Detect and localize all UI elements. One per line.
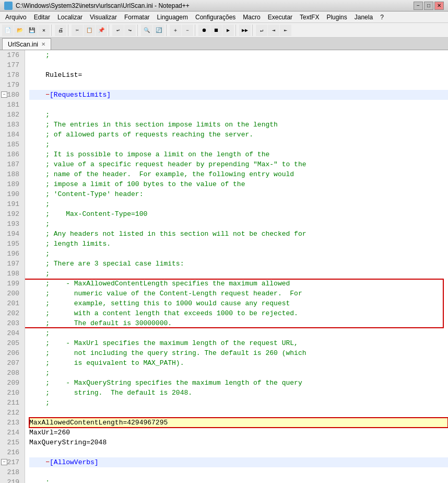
line-number-187: 187 — [0, 159, 22, 169]
undo-button[interactable]: ↩ — [112, 25, 124, 36]
line-number-179: 179 — [0, 80, 22, 90]
code-line-219: ; — [29, 477, 448, 483]
code-line-184: ; of allowed parts of requests reaching … — [29, 130, 448, 140]
code-line-204: ; — [29, 328, 448, 338]
code-line-217: −[AllowVerbs] — [29, 457, 448, 467]
minimize-button[interactable]: − — [414, 2, 423, 10]
menu-textfx[interactable]: TextFX — [297, 13, 322, 22]
menu-formatar[interactable]: Formatar — [121, 13, 153, 22]
code-line-215: MaxQueryString=2048 — [29, 438, 448, 447]
line-number-199: 199 — [0, 279, 22, 289]
tab-urlscan[interactable]: UrlScan.ini ✕ — [2, 38, 51, 50]
menu-linguagem[interactable]: Linguagem — [154, 13, 191, 22]
window-controls: − □ ✕ — [414, 2, 444, 10]
code-line-201: ; example, setting this to 1000 would ca… — [29, 298, 448, 308]
code-line-196: ; — [29, 249, 448, 259]
line-number-gutter: 176177178179−180181182183184185186187188… — [0, 50, 25, 483]
toolbar-sep-3 — [109, 25, 111, 36]
macro-play-button[interactable]: ▶ — [222, 25, 234, 36]
line-number-194: 194 — [0, 229, 22, 239]
line-number-177: 177 — [0, 60, 22, 70]
run-button[interactable]: ▶▶ — [239, 25, 251, 36]
macro-stop-button[interactable]: ⏹ — [210, 25, 222, 36]
code-line-210: ; string. The default is 2048. — [29, 388, 448, 398]
line-number-180: −180 — [0, 90, 22, 100]
code-line-191: ; — [29, 199, 448, 209]
line-number-182: 182 — [0, 110, 22, 120]
fold-indicator-217: − — [45, 458, 50, 466]
replace-button[interactable]: 🔄 — [153, 25, 164, 36]
line-number-178: 178 — [0, 70, 22, 80]
macro-record-button[interactable]: ⏺ — [198, 25, 210, 36]
line-number-211: 211 — [0, 398, 22, 408]
code-line-194: ; Any headers not listed in this section… — [29, 229, 448, 239]
code-line-183: ; The entries in this section impose lim… — [29, 120, 448, 130]
code-line-207: ; is equivalent to MAX_PATH). — [29, 358, 448, 368]
open-button[interactable]: 📂 — [14, 25, 26, 36]
menu-visualizar[interactable]: Visualizar — [87, 13, 120, 22]
code-line-192: ; Max-Content-Type=100 — [29, 209, 448, 219]
code-line-188: ; name of the header. For example, the f… — [29, 169, 448, 179]
menu-help[interactable]: ? — [377, 13, 387, 22]
menu-localizar[interactable]: Localizar — [54, 13, 86, 22]
redo-button[interactable]: ↪ — [124, 25, 136, 36]
cut-button[interactable]: ✂ — [72, 25, 83, 36]
new-button[interactable]: 📄 — [2, 25, 14, 36]
toolbar-sep-2 — [68, 25, 70, 36]
line-number-219: 219 — [0, 477, 22, 483]
tab-close-icon[interactable]: ✕ — [41, 41, 45, 47]
find-button[interactable]: 🔍 — [141, 25, 152, 36]
copy-button[interactable]: 📋 — [84, 25, 95, 36]
save-button[interactable]: 💾 — [26, 25, 38, 36]
paste-button[interactable]: 📌 — [96, 25, 107, 36]
code-line-212 — [29, 408, 448, 418]
close-button[interactable]: ✕ — [434, 2, 444, 10]
line-number-191: 191 — [0, 199, 22, 209]
tab-bar: UrlScan.ini ✕ — [0, 38, 448, 50]
line-number-206: 206 — [0, 348, 22, 358]
line-number-205: 205 — [0, 338, 22, 348]
menu-executar[interactable]: Executar — [265, 13, 296, 22]
menu-macro[interactable]: Macro — [240, 13, 263, 22]
print-button[interactable]: 🖨 — [55, 25, 66, 36]
line-number-185: 185 — [0, 140, 22, 150]
title-bar: C:\Windows\System32\inetsrv\urlscan\UrlS… — [0, 0, 448, 12]
line-number-176: 176 — [0, 50, 22, 60]
editor: 176177178179−180181182183184185186187188… — [0, 50, 448, 483]
code-line-190: ; 'Content-Type' header: — [29, 189, 448, 199]
fold-button-217[interactable]: − — [1, 459, 7, 465]
line-number-192: 192 — [0, 209, 22, 219]
code-line-200: ; numeric value of the Content-Length re… — [29, 289, 448, 298]
menu-editar[interactable]: Editar — [31, 13, 53, 22]
menu-janela[interactable]: Janela — [351, 13, 376, 22]
wordwrap-button[interactable]: ↵ — [256, 25, 267, 36]
fold-button-180[interactable]: − — [1, 91, 7, 98]
menu-configuracoes[interactable]: Configurações — [192, 13, 239, 22]
indent-button[interactable]: ⇥ — [268, 25, 279, 36]
code-line-209: ; - MaxQueryString specifies the maximum… — [29, 378, 448, 388]
code-line-193: ; — [29, 219, 448, 229]
zoom-out-button[interactable]: － — [182, 25, 193, 36]
code-area[interactable]: ; RuleList= −[RequestLimits] ; ; The ent… — [25, 50, 448, 483]
code-line-178: RuleList= — [29, 70, 448, 80]
line-number-184: 184 — [0, 130, 22, 140]
code-line-205: ; - MaxUrl specifies the maximum length … — [29, 338, 448, 348]
zoom-in-button[interactable]: ＋ — [170, 25, 181, 36]
code-line-179 — [29, 80, 448, 90]
toolbar-sep-8 — [252, 25, 254, 36]
close-file-button[interactable]: ✕ — [38, 25, 50, 36]
maximize-button[interactable]: □ — [424, 2, 433, 10]
line-number-181: 181 — [0, 100, 22, 110]
line-number-189: 189 — [0, 179, 22, 189]
code-line-208: ; — [29, 368, 448, 378]
unindent-button[interactable]: ⇤ — [280, 25, 291, 36]
line-number-202: 202 — [0, 308, 22, 318]
line-number-217: −217 — [0, 457, 22, 467]
toolbar-sep-6 — [195, 25, 197, 36]
line-number-216: 216 — [0, 447, 22, 457]
menu-plugins[interactable]: Plugins — [323, 13, 350, 22]
code-line-206: ; not including the query string. The de… — [29, 348, 448, 358]
code-line-202: ; with a content length that exceeds 100… — [29, 308, 448, 318]
menu-arquivo[interactable]: Arquivo — [2, 13, 30, 22]
line-number-197: 197 — [0, 259, 22, 269]
